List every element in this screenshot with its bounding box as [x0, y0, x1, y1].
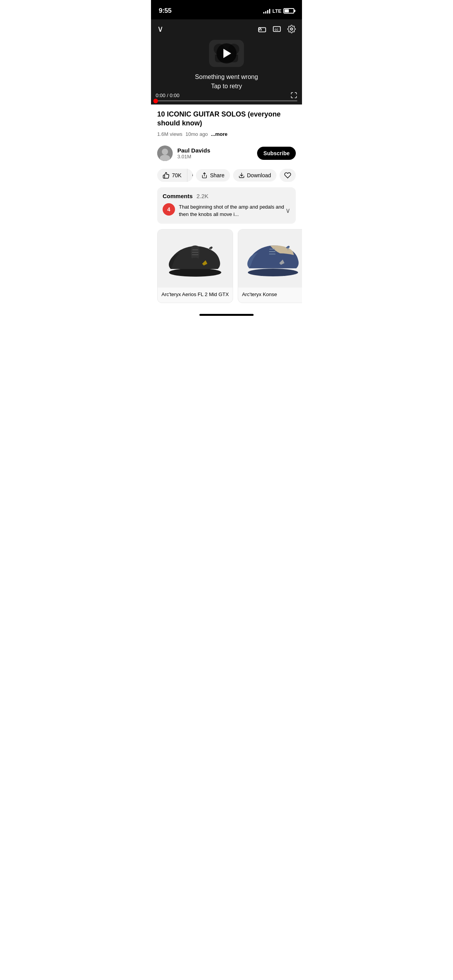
video-content-area[interactable]: Something went wrong Tap to retry: [151, 39, 302, 92]
product-image-1: [158, 230, 233, 288]
heart-icon: [284, 172, 291, 179]
view-count: 1.6M views: [157, 131, 182, 137]
error-message: Something went wrong Tap to retry: [195, 72, 258, 91]
svg-text:CC: CC: [275, 28, 279, 31]
share-button[interactable]: Share: [196, 169, 230, 182]
status-icons: LTE: [263, 8, 294, 14]
home-bar: [199, 314, 254, 316]
subscribe-button[interactable]: Subscribe: [257, 147, 296, 160]
product-image-2: [238, 230, 302, 288]
action-row: 70K Share Download: [151, 166, 302, 187]
dislike-button[interactable]: [187, 169, 193, 182]
comment-text: That beginning shot of the amp and pedal…: [179, 203, 290, 218]
download-icon: [239, 172, 245, 178]
upload-age: 10mo ago: [185, 131, 208, 137]
channel-subscribers: 3.01M: [177, 154, 257, 159]
play-triangle-icon: [223, 49, 231, 58]
video-info: 10 ICONIC GUITAR SOLOS (everyone should …: [151, 105, 302, 141]
progress-bar[interactable]: [156, 100, 297, 101]
like-count: 70K: [172, 172, 182, 178]
status-bar: 9:55 LTE: [151, 0, 302, 19]
more-link[interactable]: ...more: [211, 131, 228, 137]
comments-header: Comments 2.2K: [163, 193, 290, 199]
share-icon: [201, 172, 208, 178]
download-button[interactable]: Download: [233, 169, 276, 182]
channel-name[interactable]: Paul Davids: [177, 147, 257, 154]
player-top-right: CC: [258, 25, 296, 33]
comment-preview[interactable]: 4 That beginning shot of the amp and ped…: [163, 203, 290, 218]
share-label: Share: [210, 172, 224, 178]
comment-expand-icon[interactable]: ∨: [285, 206, 290, 215]
like-dislike-group: 70K: [157, 169, 193, 182]
channel-avatar[interactable]: [157, 146, 173, 161]
home-indicator: [151, 311, 302, 319]
cast-icon[interactable]: [258, 25, 266, 33]
comments-section[interactable]: Comments 2.2K 4 That beginning shot of t…: [157, 187, 296, 224]
products-grid: Arc'teryx Aerios FL 2 Mid GTX: [151, 229, 302, 303]
channel-info: Paul Davids 3.01M: [177, 147, 257, 159]
products-section: Arc'teryx Aerios FL 2 Mid GTX: [151, 229, 302, 311]
cc-icon[interactable]: CC: [273, 25, 281, 33]
battery-icon: [283, 8, 294, 14]
product-card-1[interactable]: Arc'teryx Aerios FL 2 Mid GTX: [157, 229, 233, 303]
signal-icon: [263, 8, 270, 14]
comment-avatar: 4: [163, 203, 175, 216]
status-time: 9:55: [159, 7, 172, 15]
like-button[interactable]: 70K: [157, 169, 187, 182]
play-button[interactable]: [216, 43, 237, 63]
comments-label: Comments: [163, 193, 193, 199]
channel-row: Paul Davids 3.01M Subscribe: [151, 141, 302, 166]
product-name-2: Arc'teryx Konse: [238, 288, 302, 303]
svg-point-10: [248, 269, 298, 276]
player-bottom-controls: 0:00 / 0:00: [151, 92, 302, 105]
settings-icon[interactable]: [287, 25, 296, 33]
collapse-icon[interactable]: ∨: [157, 24, 163, 34]
video-title: 10 ICONIC GUITAR SOLOS (everyone should …: [157, 110, 296, 128]
shoe-image-2: [238, 237, 302, 280]
video-player[interactable]: ∨ CC: [151, 19, 302, 105]
fullscreen-icon[interactable]: [290, 92, 297, 99]
avatar-image: [157, 146, 173, 161]
product-card-2[interactable]: Arc'teryx Konse: [238, 229, 302, 303]
thumbs-down-icon: [192, 172, 193, 179]
player-top-controls: ∨ CC: [151, 19, 302, 39]
svg-point-5: [169, 268, 221, 277]
shoe-image-1: [160, 237, 230, 280]
progress-indicator: [153, 99, 158, 103]
download-label: Download: [247, 172, 271, 178]
save-button[interactable]: [280, 169, 296, 182]
video-meta: 1.6M views 10mo ago ...more: [157, 131, 296, 137]
thumbs-up-icon: [163, 172, 170, 179]
video-time: 0:00 / 0:00: [156, 93, 179, 98]
comments-count: 2.2K: [197, 193, 209, 199]
lte-label: LTE: [272, 8, 281, 14]
product-name-1: Arc'teryx Aerios FL 2 Mid GTX: [158, 288, 233, 303]
